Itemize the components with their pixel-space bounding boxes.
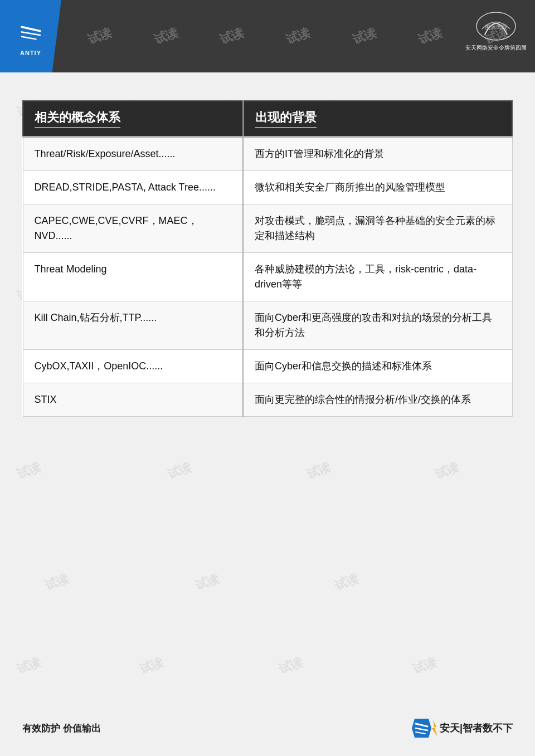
- table-cell-right-1: 微软和相关安全厂商所推出的风险管理模型: [243, 171, 512, 204]
- header: ANTIY 试读 试读 试读 试读 试读 试读 试读 溯源鹰眼 安天网络安全令牌…: [0, 0, 535, 72]
- footer: 有效防护 价值输出 安天|智者数不下: [0, 717, 535, 739]
- top-right-logo-icon: 溯源鹰眼: [471, 9, 521, 43]
- header-wm-1: 试读: [85, 24, 114, 48]
- watermark-23: 试读: [14, 653, 43, 677]
- watermark-21: 试读: [193, 570, 222, 594]
- concept-table: 相关的概念体系 出现的背景 Threat/Risk/Exposure/Asset…: [22, 100, 513, 417]
- watermark-18: 试读: [304, 459, 333, 482]
- svg-text:溯源鹰眼: 溯源鹰眼: [485, 24, 507, 30]
- logo-icon: [16, 17, 46, 47]
- watermark-19: 试读: [432, 459, 461, 482]
- table-cell-left-6: STIX: [23, 383, 243, 417]
- watermark-22: 试读: [332, 570, 361, 594]
- watermark-17: 试读: [165, 459, 194, 482]
- table-cell-left-0: Threat/Risk/Exposure/Asset......: [23, 137, 243, 171]
- header-wm-2: 试读: [152, 24, 181, 48]
- footer-logo: 安天|智者数不下: [412, 717, 513, 739]
- watermark-20: 试读: [42, 570, 71, 594]
- table-cell-right-0: 西方的IT管理和标准化的背景: [243, 137, 512, 171]
- table-cell-right-3: 各种威胁建模的方法论，工具，risk-centric，data-driven等等: [243, 253, 512, 301]
- header-wm-4: 试读: [284, 24, 313, 48]
- watermark-24: 试读: [137, 653, 166, 677]
- table-cell-left-1: DREAD,STRIDE,PASTA, Attack Tree......: [23, 171, 243, 204]
- header-watermarks: 试读 试读 试读 试读 试读 试读 试读: [61, 28, 535, 45]
- header-wm-6: 试读: [416, 24, 445, 48]
- footer-slogan: 有效防护 价值输出: [22, 722, 101, 735]
- table-cell-right-5: 面向Cyber和信息交换的描述和标准体系: [243, 350, 512, 383]
- footer-logo-icon: [412, 717, 440, 739]
- footer-logo-text: 安天|智者数不下: [440, 721, 513, 735]
- table-row: Threat/Risk/Exposure/Asset......西方的IT管理和…: [23, 137, 512, 171]
- table-row: Threat Modeling各种威胁建模的方法论，工具，risk-centri…: [23, 253, 512, 301]
- watermark-16: 试读: [14, 459, 43, 482]
- top-right-subtitle: 安天网络安全令牌第四届: [465, 44, 527, 52]
- table-cell-left-4: Kill Chain,钻石分析,TTP......: [23, 301, 243, 350]
- table-cell-left-3: Threat Modeling: [23, 253, 243, 301]
- logo-area: ANTIY: [0, 0, 61, 72]
- table-cell-right-6: 面向更完整的综合性的情报分析/作业/交换的体系: [243, 383, 512, 417]
- main-content: 相关的概念体系 出现的背景 Threat/Risk/Exposure/Asset…: [0, 72, 535, 428]
- svg-marker-0: [16, 19, 45, 45]
- table-row: STIX面向更完整的综合性的情报分析/作业/交换的体系: [23, 383, 512, 417]
- table-cell-right-2: 对攻击模式，脆弱点，漏洞等各种基础的安全元素的标定和描述结构: [243, 204, 512, 253]
- col2-header: 出现的背景: [243, 101, 512, 137]
- logo-label: ANTIY: [20, 50, 41, 56]
- table-cell-right-4: 面向Cyber和更高强度的攻击和对抗的场景的分析工具和分析方法: [243, 301, 512, 350]
- header-wm-3: 试读: [218, 24, 247, 48]
- table-cell-left-5: CybOX,TAXII，OpenIOC......: [23, 350, 243, 383]
- top-right-logo: 溯源鹰眼 安天网络安全令牌第四届: [465, 6, 527, 56]
- table-row: CAPEC,CWE,CVE,CVRF，MAEC，NVD......对攻击模式，脆…: [23, 204, 512, 253]
- table-row: CybOX,TAXII，OpenIOC......面向Cyber和信息交换的描述…: [23, 350, 512, 383]
- watermark-25: 试读: [276, 653, 305, 677]
- svg-marker-6: [412, 719, 431, 738]
- table-row: Kill Chain,钻石分析,TTP......面向Cyber和更高强度的攻击…: [23, 301, 512, 350]
- header-wm-5: 试读: [350, 24, 379, 48]
- col1-header: 相关的概念体系: [23, 101, 243, 137]
- table-row: DREAD,STRIDE,PASTA, Attack Tree......微软和…: [23, 171, 512, 204]
- table-cell-left-2: CAPEC,CWE,CVE,CVRF，MAEC，NVD......: [23, 204, 243, 253]
- watermark-26: 试读: [410, 653, 439, 677]
